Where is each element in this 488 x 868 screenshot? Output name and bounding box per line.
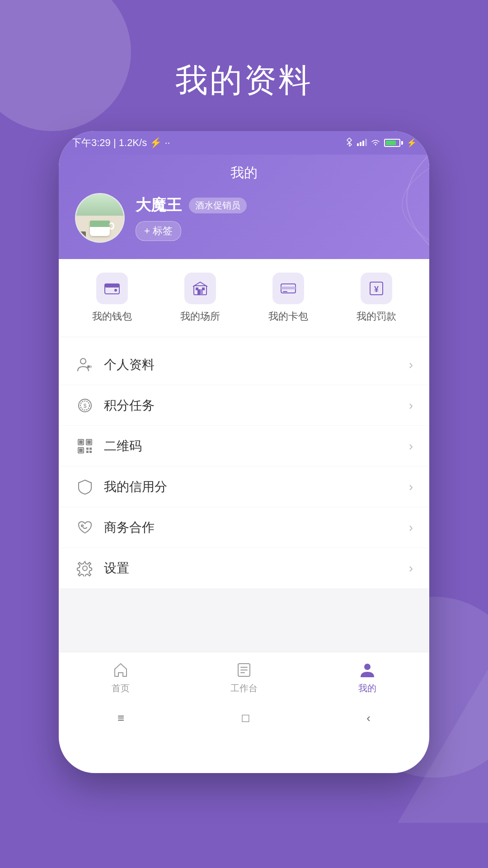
svg-point-18 xyxy=(87,365,90,368)
menu-item-profile[interactable]: 个人资料 › xyxy=(59,344,429,385)
avatar-image: ⚠ xyxy=(76,194,123,241)
menu-item-qrcode[interactable]: 二维码 › xyxy=(59,426,429,467)
svg-rect-10 xyxy=(196,288,198,290)
venue-icon xyxy=(191,279,209,297)
quick-access-bar: 我的钱包 我的场所 xyxy=(59,259,429,337)
svg-point-6 xyxy=(114,289,117,292)
profile-username: 大魔王 xyxy=(136,195,182,216)
page-title: 我的资料 xyxy=(0,59,488,102)
profile-details: 大魔王 酒水促销员 + 标签 xyxy=(136,195,413,241)
profile-header: 我的 ⚠ xyxy=(59,155,429,259)
venue-label: 我的场所 xyxy=(180,310,220,323)
quick-item-wallet[interactable]: 我的钱包 xyxy=(92,273,132,323)
fine-icon: ¥ xyxy=(367,279,385,297)
profile-info: ⚠ 大魔王 酒水促销员 + 标签 xyxy=(75,193,413,243)
menu-list: 个人资料 › $ 积分任务 › xyxy=(59,344,429,589)
menu-business-label: 商务合作 xyxy=(104,519,409,536)
svg-point-33 xyxy=(83,566,87,571)
svg-rect-31 xyxy=(89,451,92,453)
bottom-navigation: 首页 工作台 我的 xyxy=(59,652,429,702)
svg-rect-30 xyxy=(86,451,89,453)
wallet-icon xyxy=(103,279,121,297)
profile-nav-title: 我的 xyxy=(75,164,413,182)
workspace-nav-label: 工作台 xyxy=(230,682,258,694)
svg-point-38 xyxy=(364,664,371,670)
menu-settings-label: 设置 xyxy=(104,560,409,577)
nav-item-home[interactable]: 首页 xyxy=(59,660,182,694)
mine-nav-label: 我的 xyxy=(358,682,376,694)
status-bar: 下午3:29 | 1.2K/s ⚡ ·· xyxy=(59,131,429,155)
profile-name-row: 大魔王 酒水促销员 xyxy=(136,195,413,216)
charging-icon: ⚡ xyxy=(407,138,417,148)
fine-icon-bg: ¥ xyxy=(361,273,392,304)
menu-points-label: 积分任务 xyxy=(104,397,409,414)
system-menu-button[interactable]: ≡ xyxy=(117,711,124,725)
svg-point-17 xyxy=(80,359,86,364)
svg-rect-0 xyxy=(357,143,359,146)
card-icon-bg xyxy=(272,273,304,304)
svg-text:$: $ xyxy=(84,403,87,409)
svg-rect-29 xyxy=(89,448,92,450)
chevron-qrcode: › xyxy=(409,439,413,453)
signal-icon xyxy=(357,138,367,148)
shield-icon xyxy=(75,477,95,497)
fine-label: 我的罚款 xyxy=(357,310,396,323)
heart-icon xyxy=(75,518,95,538)
svg-rect-23 xyxy=(79,440,83,444)
dots-icon: ·· xyxy=(164,137,170,148)
mine-nav-icon xyxy=(357,660,377,679)
coin-icon: $ xyxy=(75,396,95,415)
svg-rect-25 xyxy=(87,440,91,444)
chevron-credit: › xyxy=(409,480,413,494)
phone-mockup: 下午3:29 | 1.2K/s ⚡ ·· xyxy=(59,131,429,773)
status-network: 1.2K/s xyxy=(119,137,147,148)
quick-item-card[interactable]: 我的卡包 xyxy=(268,273,308,323)
card-icon xyxy=(279,279,297,297)
chevron-profile: › xyxy=(409,358,413,372)
wifi-icon xyxy=(371,138,380,148)
nav-item-workspace[interactable]: 工作台 xyxy=(182,660,305,694)
bluetooth-icon xyxy=(345,137,353,149)
home-nav-label: 首页 xyxy=(112,682,130,694)
status-icons: ⚡ xyxy=(345,137,417,149)
status-time-network: 下午3:29 | 1.2K/s ⚡ ·· xyxy=(71,136,170,150)
system-home-button[interactable]: □ xyxy=(242,711,249,725)
workspace-nav-icon xyxy=(234,660,254,679)
home-nav-icon xyxy=(111,660,131,679)
tag-button-label: + 标签 xyxy=(144,224,173,238)
system-nav-bar: ≡ □ ‹ xyxy=(59,702,429,734)
quick-item-fine[interactable]: ¥ 我的罚款 xyxy=(357,273,396,323)
user-icon xyxy=(75,355,95,375)
svg-rect-11 xyxy=(202,288,205,290)
content-spacer xyxy=(59,589,429,652)
add-tag-button[interactable]: + 标签 xyxy=(136,221,181,241)
chevron-business: › xyxy=(409,520,413,535)
menu-item-credit[interactable]: 我的信用分 › xyxy=(59,467,429,507)
card-label: 我的卡包 xyxy=(268,310,308,323)
menu-item-settings[interactable]: 设置 › xyxy=(59,548,429,589)
chevron-points: › xyxy=(409,398,413,413)
avatar[interactable]: ⚠ xyxy=(75,193,125,243)
menu-item-points[interactable]: $ 积分任务 › xyxy=(59,385,429,426)
menu-credit-label: 我的信用分 xyxy=(104,478,409,495)
chevron-settings: › xyxy=(409,561,413,576)
svg-rect-1 xyxy=(360,142,361,146)
menu-item-business[interactable]: 商务合作 › xyxy=(59,507,429,548)
svg-point-32 xyxy=(81,525,83,527)
menu-qrcode-label: 二维码 xyxy=(104,438,409,455)
nav-item-mine[interactable]: 我的 xyxy=(306,660,429,694)
svg-rect-3 xyxy=(365,139,367,146)
svg-text:¥: ¥ xyxy=(374,285,378,294)
qr-icon xyxy=(75,436,95,456)
status-time: 下午3:29 xyxy=(71,137,111,148)
profile-role-badge: 酒水促销员 xyxy=(189,198,247,213)
gear-icon xyxy=(75,558,95,578)
svg-rect-14 xyxy=(283,291,287,292)
svg-rect-13 xyxy=(281,287,296,289)
wallet-icon-bg xyxy=(96,273,128,304)
quick-item-venue[interactable]: 我的场所 xyxy=(180,273,220,323)
system-back-button[interactable]: ‹ xyxy=(366,711,371,725)
battery-indicator xyxy=(384,139,403,147)
svg-rect-2 xyxy=(362,141,364,146)
svg-rect-5 xyxy=(105,284,119,288)
